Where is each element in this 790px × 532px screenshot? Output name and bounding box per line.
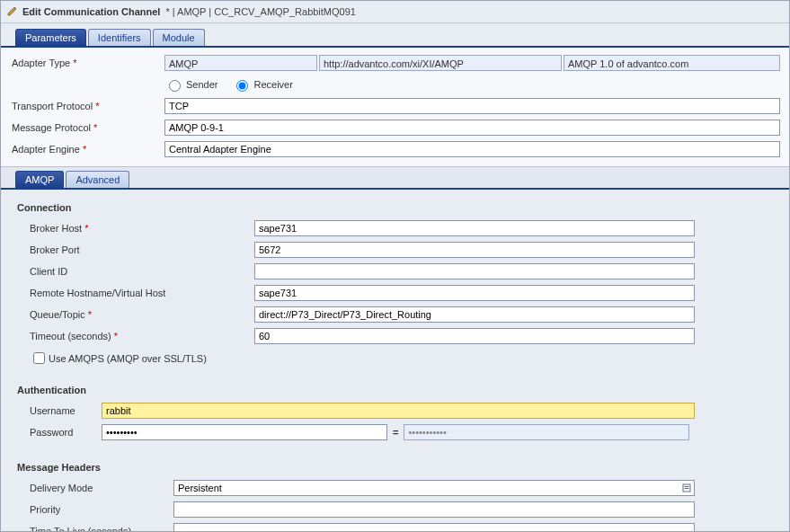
tab-parameters[interactable]: Parameters — [15, 29, 86, 46]
edit-icon — [6, 4, 22, 19]
delivery-mode-field[interactable] — [173, 480, 695, 496]
page-title: Edit Communication Channel — [22, 6, 160, 17]
delivery-mode-label: Delivery Mode — [17, 483, 173, 493]
tab-amqp[interactable]: AMQP — [15, 171, 64, 188]
svg-rect-2 — [685, 488, 689, 489]
password-confirm-field[interactable] — [404, 424, 689, 440]
broker-port-label: Broker Port — [17, 244, 254, 255]
broker-host-field[interactable] — [254, 220, 695, 236]
adapter-engine-label: Adapter Engine * — [10, 144, 164, 155]
radio-receiver[interactable]: Receiver — [232, 77, 292, 92]
timeout-label: Timeout (seconds) * — [17, 331, 254, 341]
adapter-description: AMQP 1.0 of advantco.com — [564, 55, 780, 71]
password-label: Password — [17, 427, 102, 438]
svg-rect-1 — [685, 486, 689, 487]
ttl-label: Time To Live (seconds) — [17, 526, 173, 532]
adapter-namespace: http://advantco.com/xi/XI/AMQP — [319, 55, 562, 71]
use-amqps-label: Use AMQPS (AMQP over SSL/TLS) — [49, 353, 207, 364]
username-field[interactable] — [102, 403, 695, 419]
message-protocol-label: Message Protocol * — [10, 122, 164, 133]
broker-port-field[interactable] — [254, 242, 695, 258]
tab-advanced[interactable]: Advanced — [66, 171, 129, 188]
timeout-field[interactable] — [254, 328, 695, 344]
ttl-field[interactable] — [173, 523, 695, 532]
client-id-field[interactable] — [254, 263, 695, 279]
message-protocol-field[interactable] — [164, 120, 780, 136]
title-bar: Edit Communication Channel * | AMQP | CC… — [1, 1, 789, 23]
queue-topic-field[interactable] — [254, 306, 695, 323]
equals-icon: = — [387, 427, 404, 438]
priority-field[interactable] — [173, 501, 695, 518]
adapter-engine-field[interactable] — [164, 141, 780, 157]
radio-sender-input[interactable] — [169, 80, 181, 92]
password-field[interactable] — [102, 424, 387, 440]
use-amqps-checkbox[interactable] — [33, 352, 45, 364]
virtual-host-label: Remote Hostname/Virtual Host — [17, 288, 254, 298]
radio-sender[interactable]: Sender — [164, 77, 217, 92]
client-id-label: Client ID — [17, 266, 254, 277]
section-connection: Connection — [17, 202, 778, 213]
priority-label: Priority — [17, 504, 173, 515]
main-tab-bar: Parameters Identifiers Module — [1, 23, 789, 48]
transport-protocol-label: Transport Protocol * — [10, 101, 164, 111]
page-subtitle: * | AMQP | CC_RCV_AMQP_RabbitMQ091 — [165, 6, 356, 17]
adapter-type-value[interactable]: AMQP — [164, 55, 317, 71]
queue-topic-label: Queue/Topic * — [17, 309, 254, 320]
broker-host-label: Broker Host * — [17, 223, 254, 234]
sub-tab-bar: AMQP Advanced — [1, 167, 789, 190]
section-auth: Authentication — [17, 385, 778, 395]
dropdown-icon[interactable] — [680, 482, 693, 494]
virtual-host-field[interactable] — [254, 285, 695, 301]
radio-receiver-input[interactable] — [236, 80, 248, 92]
section-message-headers: Message Headers — [17, 462, 778, 473]
tab-module[interactable]: Module — [153, 29, 205, 46]
transport-protocol-field[interactable] — [164, 98, 780, 114]
tab-identifiers[interactable]: Identifiers — [88, 29, 151, 46]
adapter-type-label: Adapter Type * — [10, 58, 164, 68]
username-label: Username — [17, 405, 102, 416]
